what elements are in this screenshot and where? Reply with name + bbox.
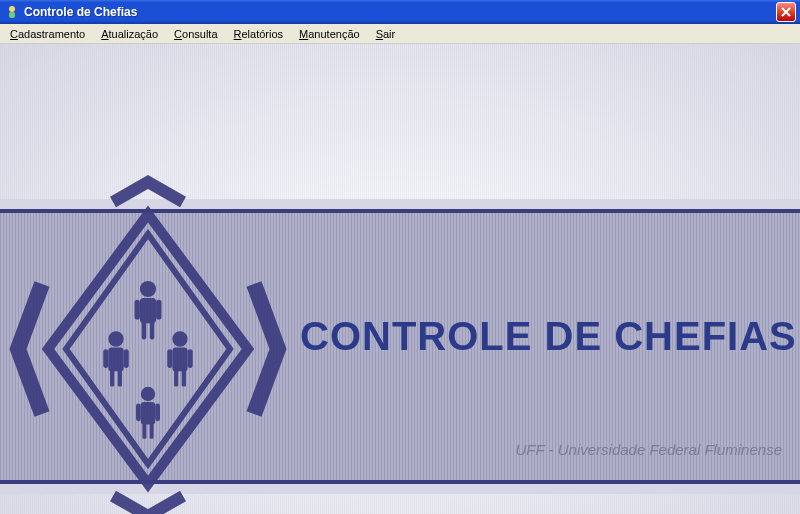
- menu-manutencao[interactable]: Manutenção: [291, 26, 368, 42]
- titlebar: Controle de Chefias: [0, 0, 800, 24]
- svg-rect-1: [9, 12, 15, 18]
- content-area: CONTROLE DE CHEFIAS UFF - Universidade F…: [0, 44, 800, 514]
- splash-title: CONTROLE DE CHEFIAS: [300, 314, 790, 359]
- svg-point-0: [9, 6, 15, 12]
- menu-consulta[interactable]: Consulta: [166, 26, 225, 42]
- window-title: Controle de Chefias: [24, 5, 137, 19]
- app-icon: [4, 4, 20, 20]
- menu-relatorios[interactable]: Relatórios: [226, 26, 292, 42]
- menu-cadastramento[interactable]: Cadastramento: [2, 26, 93, 42]
- menubar: Cadastramento Atualização Consulta Relat…: [0, 24, 800, 44]
- close-button[interactable]: [776, 2, 796, 22]
- menu-atualizacao[interactable]: Atualização: [93, 26, 166, 42]
- splash-subtitle: UFF - Universidade Federal Fluminense: [516, 441, 783, 458]
- menu-sair[interactable]: Sair: [368, 26, 404, 42]
